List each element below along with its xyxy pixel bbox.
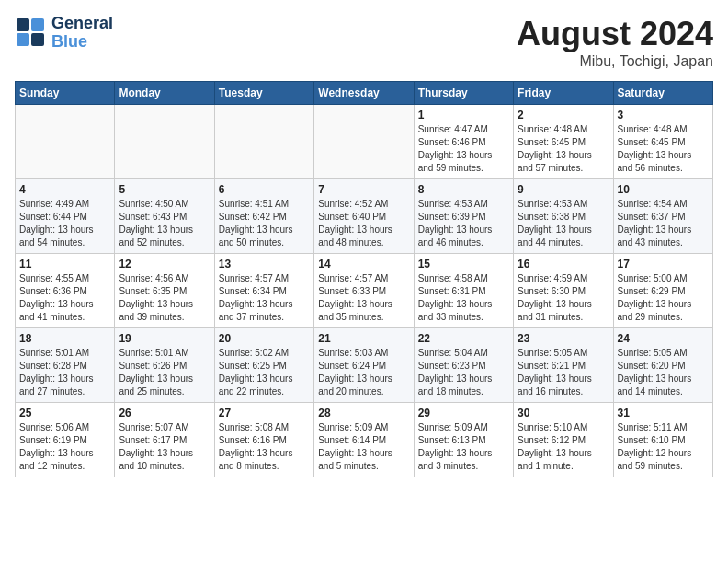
calendar-week-3: 18Sunrise: 5:01 AM Sunset: 6:28 PM Dayli… (16, 328, 713, 403)
day-number: 11 (19, 258, 110, 270)
calendar-body: 1Sunrise: 4:47 AM Sunset: 6:46 PM Daylig… (16, 105, 713, 477)
calendar-cell: 22Sunrise: 5:04 AM Sunset: 6:23 PM Dayli… (414, 328, 513, 403)
day-info: Sunrise: 4:48 AM Sunset: 6:45 PM Dayligh… (518, 123, 609, 175)
day-info: Sunrise: 5:06 AM Sunset: 6:19 PM Dayligh… (19, 421, 110, 473)
day-number: 24 (618, 332, 709, 345)
calendar-cell: 26Sunrise: 5:07 AM Sunset: 6:17 PM Dayli… (115, 403, 214, 477)
calendar-cell: 10Sunrise: 4:54 AM Sunset: 6:37 PM Dayli… (613, 179, 712, 254)
header-friday: Friday (514, 82, 613, 105)
day-number: 31 (618, 407, 709, 419)
logo: General Blue (15, 15, 113, 52)
day-number: 28 (318, 407, 409, 419)
day-number: 7 (318, 183, 409, 196)
day-number: 29 (418, 407, 509, 419)
day-info: Sunrise: 4:53 AM Sunset: 6:38 PM Dayligh… (518, 198, 609, 249)
calendar-cell: 20Sunrise: 5:02 AM Sunset: 6:25 PM Dayli… (214, 328, 313, 403)
calendar-cell (214, 105, 313, 179)
day-number: 6 (219, 183, 310, 196)
day-number: 17 (618, 258, 709, 270)
day-info: Sunrise: 5:02 AM Sunset: 6:25 PM Dayligh… (219, 347, 310, 398)
calendar-week-0: 1Sunrise: 4:47 AM Sunset: 6:46 PM Daylig… (16, 105, 713, 179)
calendar-cell: 13Sunrise: 4:57 AM Sunset: 6:34 PM Dayli… (214, 254, 313, 328)
calendar-cell: 27Sunrise: 5:08 AM Sunset: 6:16 PM Dayli… (214, 403, 313, 477)
header-tuesday: Tuesday (214, 82, 313, 105)
day-number: 14 (318, 258, 409, 270)
day-info: Sunrise: 4:57 AM Sunset: 6:34 PM Dayligh… (219, 272, 310, 324)
calendar-cell: 16Sunrise: 4:59 AM Sunset: 6:30 PM Dayli… (514, 254, 613, 328)
title-block: August 2024 Mibu, Tochigi, Japan (517, 15, 713, 70)
calendar-week-1: 4Sunrise: 4:49 AM Sunset: 6:44 PM Daylig… (16, 179, 713, 254)
calendar-cell: 14Sunrise: 4:57 AM Sunset: 6:33 PM Dayli… (314, 254, 414, 328)
day-number: 25 (19, 407, 110, 419)
calendar-cell: 5Sunrise: 4:50 AM Sunset: 6:43 PM Daylig… (115, 179, 214, 254)
calendar-cell: 3Sunrise: 4:48 AM Sunset: 6:45 PM Daylig… (613, 105, 712, 179)
day-number: 16 (518, 258, 609, 270)
day-info: Sunrise: 4:51 AM Sunset: 6:42 PM Dayligh… (219, 198, 310, 249)
page-header: General Blue August 2024 Mibu, Tochigi, … (15, 15, 713, 70)
day-number: 4 (19, 183, 110, 196)
day-info: Sunrise: 5:03 AM Sunset: 6:24 PM Dayligh… (318, 347, 409, 398)
calendar-cell: 30Sunrise: 5:10 AM Sunset: 6:12 PM Dayli… (514, 403, 613, 477)
day-number: 5 (119, 183, 210, 196)
svg-rect-3 (31, 33, 44, 46)
calendar-week-2: 11Sunrise: 4:55 AM Sunset: 6:36 PM Dayli… (16, 254, 713, 328)
day-info: Sunrise: 4:53 AM Sunset: 6:39 PM Dayligh… (418, 198, 509, 249)
day-info: Sunrise: 4:50 AM Sunset: 6:43 PM Dayligh… (119, 198, 210, 249)
day-info: Sunrise: 5:00 AM Sunset: 6:29 PM Dayligh… (618, 272, 709, 324)
day-info: Sunrise: 4:47 AM Sunset: 6:46 PM Dayligh… (418, 123, 509, 175)
day-number: 21 (318, 332, 409, 345)
svg-rect-0 (17, 18, 29, 31)
calendar-cell: 6Sunrise: 4:51 AM Sunset: 6:42 PM Daylig… (214, 179, 313, 254)
calendar-cell (16, 105, 115, 179)
header-sunday: Sunday (16, 82, 115, 105)
day-info: Sunrise: 4:59 AM Sunset: 6:30 PM Dayligh… (518, 272, 609, 324)
calendar-cell: 9Sunrise: 4:53 AM Sunset: 6:38 PM Daylig… (514, 179, 613, 254)
calendar-cell: 4Sunrise: 4:49 AM Sunset: 6:44 PM Daylig… (16, 179, 115, 254)
day-info: Sunrise: 4:58 AM Sunset: 6:31 PM Dayligh… (418, 272, 509, 324)
calendar-cell: 18Sunrise: 5:01 AM Sunset: 6:28 PM Dayli… (16, 328, 115, 403)
day-info: Sunrise: 4:56 AM Sunset: 6:35 PM Dayligh… (119, 272, 210, 324)
calendar-cell (115, 105, 214, 179)
header-thursday: Thursday (414, 82, 513, 105)
calendar-cell: 17Sunrise: 5:00 AM Sunset: 6:29 PM Dayli… (613, 254, 712, 328)
day-info: Sunrise: 5:05 AM Sunset: 6:20 PM Dayligh… (618, 347, 709, 398)
calendar-cell: 23Sunrise: 5:05 AM Sunset: 6:21 PM Dayli… (514, 328, 613, 403)
header-monday: Monday (115, 82, 214, 105)
calendar-cell: 24Sunrise: 5:05 AM Sunset: 6:20 PM Dayli… (613, 328, 712, 403)
day-info: Sunrise: 5:11 AM Sunset: 6:10 PM Dayligh… (618, 421, 709, 473)
day-number: 2 (518, 109, 609, 121)
calendar-cell: 28Sunrise: 5:09 AM Sunset: 6:14 PM Dayli… (314, 403, 414, 477)
calendar-cell: 2Sunrise: 4:48 AM Sunset: 6:45 PM Daylig… (514, 105, 613, 179)
calendar-header-row: SundayMondayTuesdayWednesdayThursdayFrid… (16, 82, 713, 105)
day-info: Sunrise: 5:01 AM Sunset: 6:26 PM Dayligh… (119, 347, 210, 398)
calendar-cell: 19Sunrise: 5:01 AM Sunset: 6:26 PM Dayli… (115, 328, 214, 403)
calendar-cell: 31Sunrise: 5:11 AM Sunset: 6:10 PM Dayli… (613, 403, 712, 477)
day-number: 20 (219, 332, 310, 345)
calendar-cell: 21Sunrise: 5:03 AM Sunset: 6:24 PM Dayli… (314, 328, 414, 403)
day-info: Sunrise: 5:09 AM Sunset: 6:14 PM Dayligh… (318, 421, 409, 473)
day-info: Sunrise: 5:05 AM Sunset: 6:21 PM Dayligh… (518, 347, 609, 398)
calendar-cell: 15Sunrise: 4:58 AM Sunset: 6:31 PM Dayli… (414, 254, 513, 328)
day-number: 30 (518, 407, 609, 419)
day-info: Sunrise: 4:48 AM Sunset: 6:45 PM Dayligh… (618, 123, 709, 175)
day-number: 1 (418, 109, 509, 121)
day-info: Sunrise: 4:49 AM Sunset: 6:44 PM Dayligh… (19, 198, 110, 249)
calendar-cell: 8Sunrise: 4:53 AM Sunset: 6:39 PM Daylig… (414, 179, 513, 254)
day-info: Sunrise: 5:04 AM Sunset: 6:23 PM Dayligh… (418, 347, 509, 398)
calendar-cell: 12Sunrise: 4:56 AM Sunset: 6:35 PM Dayli… (115, 254, 214, 328)
calendar-title: August 2024 (517, 15, 713, 53)
day-number: 26 (119, 407, 210, 419)
header-saturday: Saturday (613, 82, 712, 105)
day-number: 15 (418, 258, 509, 270)
calendar-cell (314, 105, 414, 179)
day-number: 13 (219, 258, 310, 270)
day-info: Sunrise: 5:10 AM Sunset: 6:12 PM Dayligh… (518, 421, 609, 473)
logo-blue: Blue (51, 33, 113, 52)
day-number: 8 (418, 183, 509, 196)
day-info: Sunrise: 4:52 AM Sunset: 6:40 PM Dayligh… (318, 198, 409, 249)
calendar-cell: 11Sunrise: 4:55 AM Sunset: 6:36 PM Dayli… (16, 254, 115, 328)
calendar-cell: 1Sunrise: 4:47 AM Sunset: 6:46 PM Daylig… (414, 105, 513, 179)
calendar-table: SundayMondayTuesdayWednesdayThursdayFrid… (15, 81, 713, 477)
day-number: 9 (518, 183, 609, 196)
day-info: Sunrise: 4:55 AM Sunset: 6:36 PM Dayligh… (19, 272, 110, 324)
